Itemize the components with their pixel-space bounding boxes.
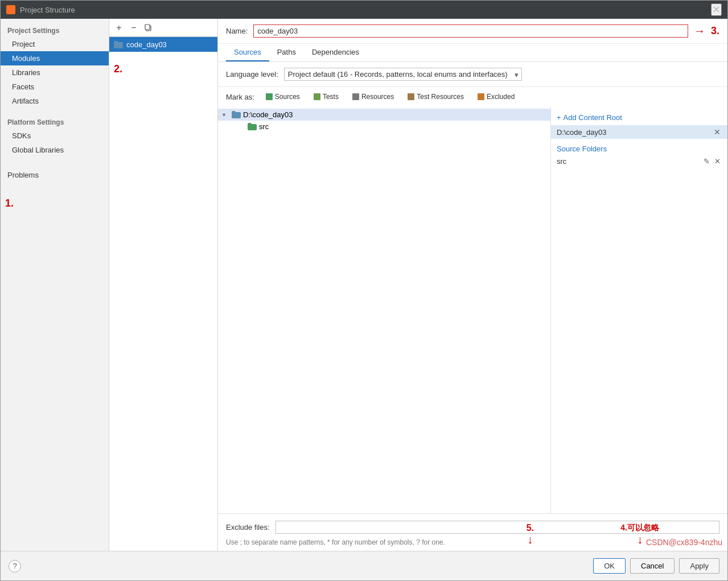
module-panel: + − code_day03 <box>109 19 218 551</box>
remove-source-folder-button[interactable]: ✕ <box>713 157 722 166</box>
excluded-badge-label: Excluded <box>487 93 515 101</box>
tests-badge-icon <box>314 93 320 100</box>
module-item-code-day03[interactable]: code_day03 <box>109 37 217 52</box>
sidebar: Project Settings Project Modules Librari… <box>1 19 109 551</box>
svg-rect-1 <box>11 6 14 9</box>
tabs-bar: Sources Paths Dependencies <box>218 44 727 62</box>
project-settings-label: Project Settings <box>1 23 109 37</box>
module-toolbar: + − <box>109 19 217 37</box>
folder-icon-src <box>248 123 257 130</box>
name-input[interactable] <box>253 24 688 38</box>
name-row: Name: → 3. <box>218 19 727 44</box>
mark-as-sources[interactable]: Sources <box>261 92 305 102</box>
add-content-root-button[interactable]: + Add Content Root <box>551 110 727 125</box>
svg-rect-5 <box>145 24 150 30</box>
exclude-files-label: Exclude files: <box>226 523 270 531</box>
tab-dependencies[interactable]: Dependencies <box>304 44 367 61</box>
title-bar-left: Project Structure <box>6 5 75 14</box>
mark-as-excluded[interactable]: Excluded <box>473 92 519 102</box>
tab-paths[interactable]: Paths <box>269 44 304 61</box>
sidebar-item-sdks[interactable]: SDKs <box>1 129 109 143</box>
language-row: Language level: Project default (16 - Re… <box>218 62 727 87</box>
language-select-wrapper: Project default (16 - Records, patterns,… <box>284 68 522 81</box>
annotation-3: 3. <box>711 25 719 37</box>
annotation-5: 5. ↓ <box>527 523 534 546</box>
platform-settings-label: Platform Settings <box>1 115 109 129</box>
name-label: Name: <box>226 27 248 35</box>
source-folders-section: Source Folders src ✎ ✕ <box>551 140 727 170</box>
svg-rect-7 <box>114 41 118 44</box>
resources-badge-label: Resources <box>361 93 394 101</box>
copy-module-button[interactable] <box>142 22 155 34</box>
content-root-path: D:\code_day03 <box>557 128 606 137</box>
tab-content-sources: Language level: Project default (16 - Re… <box>218 62 727 551</box>
sidebar-item-project[interactable]: Project <box>1 37 109 51</box>
source-folders-title: Source Folders <box>557 142 722 155</box>
sources-badge-label: Sources <box>275 93 300 101</box>
tree-root-label: D:\code_day03 <box>243 110 293 119</box>
help-button[interactable]: ? <box>9 560 21 572</box>
add-content-root-label: Add Content Root <box>564 113 622 122</box>
sources-badge-icon <box>266 93 273 100</box>
tree-children: src <box>234 121 550 133</box>
title-bar: Project Structure ✕ <box>1 1 727 19</box>
annotation-1-area: 1. <box>1 186 109 209</box>
sidebar-item-modules[interactable]: Modules <box>1 51 109 65</box>
resources-badge-icon <box>352 93 359 100</box>
close-button[interactable]: ✕ <box>711 3 722 16</box>
arrow-right-icon: → <box>694 24 705 38</box>
language-level-select[interactable]: Project default (16 - Records, patterns,… <box>284 68 522 81</box>
tab-sources[interactable]: Sources <box>226 44 269 61</box>
tree-arrow-down: ▾ <box>223 112 229 118</box>
right-panel: + Add Content Root D:\code_day03 ✕ Sourc… <box>551 106 727 513</box>
sidebar-divider <box>1 108 109 115</box>
test-resources-badge-icon <box>408 93 414 100</box>
remove-module-button[interactable]: − <box>127 22 140 34</box>
mark-as-test-resources[interactable]: Test Resources <box>403 92 468 102</box>
module-icon <box>114 40 123 49</box>
content-split: ▾ D:\code_day03 <box>218 106 727 513</box>
annotation-2-area: 2. <box>109 52 217 75</box>
add-icon: + <box>557 113 561 122</box>
problems-label[interactable]: Problems <box>7 171 39 179</box>
tree-src-label: src <box>259 122 269 131</box>
svg-rect-3 <box>11 10 14 13</box>
add-module-button[interactable]: + <box>113 22 125 34</box>
excluded-badge-icon <box>478 93 484 100</box>
edit-source-folder-button[interactable]: ✎ <box>702 157 711 166</box>
button-bar: ? 5. ↓ 4.可以忽略 ↓ OK Cancel Apply <box>1 551 727 580</box>
source-folder-item-src: src ✎ ✕ <box>557 155 722 167</box>
language-level-label: Language level: <box>226 70 278 79</box>
module-name: code_day03 <box>126 40 167 49</box>
folder-icon-root <box>232 111 241 118</box>
apply-button[interactable]: Apply <box>679 558 719 574</box>
tree-item-root[interactable]: ▾ D:\code_day03 <box>218 109 550 121</box>
sidebar-item-global-libraries[interactable]: Global Libraries <box>1 143 109 157</box>
folder-tree: ▾ D:\code_day03 <box>218 106 551 513</box>
svg-rect-0 <box>7 6 10 9</box>
source-folder-actions: ✎ ✕ <box>702 157 722 166</box>
sidebar-item-libraries[interactable]: Libraries <box>1 65 109 80</box>
annotation-1: 1. <box>5 197 14 209</box>
test-resources-badge-label: Test Resources <box>417 93 464 101</box>
remove-content-root-button[interactable]: ✕ <box>713 127 722 137</box>
mark-as-resources[interactable]: Resources <box>348 92 398 102</box>
sidebar-item-facets[interactable]: Facets <box>1 80 109 94</box>
source-folder-name: src <box>557 157 566 166</box>
svg-rect-2 <box>7 10 10 13</box>
mark-as-row: Mark as: Sources Tests Resources <box>218 87 727 106</box>
watermark: CSDN@cx839-4nzhu <box>646 538 722 547</box>
tests-badge-label: Tests <box>323 93 339 101</box>
tree-item-src[interactable]: src <box>234 121 550 133</box>
ok-button[interactable]: OK <box>593 558 626 574</box>
app-icon <box>6 5 15 14</box>
sidebar-divider-2 <box>1 157 109 164</box>
cancel-button[interactable]: Cancel <box>630 558 674 574</box>
problems-section: Problems <box>1 164 109 186</box>
main-area: Name: → 3. Sources Paths Dependencies <box>218 19 727 551</box>
content-root-item: D:\code_day03 ✕ <box>551 125 727 139</box>
project-structure-window: Project Structure ✕ Project Settings Pro… <box>0 0 728 581</box>
annotation-2: 2. <box>114 63 122 75</box>
mark-as-tests[interactable]: Tests <box>309 92 343 102</box>
sidebar-item-artifacts[interactable]: Artifacts <box>1 94 109 108</box>
